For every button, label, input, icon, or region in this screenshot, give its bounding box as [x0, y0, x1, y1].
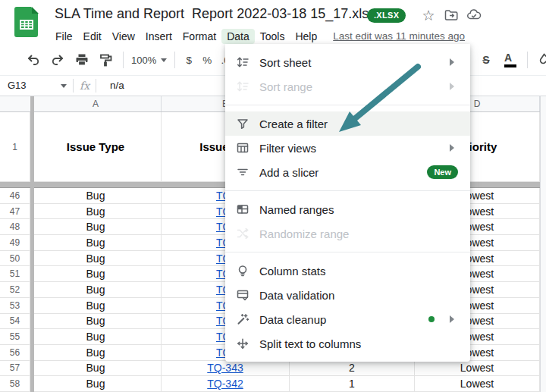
menu-item-label: Split text to columns [259, 337, 458, 350]
column-header-a[interactable]: A [30, 96, 162, 111]
fx-icon: fx [80, 80, 89, 92]
submenu-arrow-icon [450, 315, 458, 323]
cell[interactable]: 1 [290, 376, 415, 391]
paint-format-icon[interactable] [96, 50, 116, 70]
cell[interactable]: Bug [30, 314, 162, 329]
cell[interactable]: TQ-342 [162, 376, 290, 391]
filter-icon [236, 117, 249, 130]
menu-item-sort-sheet[interactable]: Sort sheet [225, 50, 470, 74]
cell[interactable]: Bug [30, 251, 162, 266]
row-number[interactable]: 57 [0, 361, 30, 376]
chevron-down-icon [161, 58, 167, 65]
menu-item-label: Sort sheet [259, 56, 444, 69]
cell[interactable]: Bug [30, 361, 162, 376]
vertical-scrollbar[interactable] [540, 96, 546, 392]
cell[interactable]: Bug [30, 345, 162, 360]
redo-icon[interactable] [48, 50, 67, 70]
green-dot-indicator [428, 316, 435, 322]
menubar-item-file[interactable]: File [50, 29, 78, 44]
cell[interactable]: Bug [30, 235, 162, 250]
cell[interactable]: Issue Type [30, 112, 162, 181]
select-all-corner[interactable] [0, 96, 30, 111]
data-validation-icon [236, 288, 249, 302]
zoom-select[interactable]: 100% [131, 55, 167, 66]
cell[interactable]: Bug [30, 329, 162, 344]
cell[interactable]: Lowest [415, 361, 540, 376]
cell[interactable]: Bug [30, 376, 162, 391]
row-number[interactable]: 50 [0, 251, 30, 266]
toolbar-divider [527, 52, 528, 68]
row-number[interactable]: 55 [0, 329, 30, 344]
issue-key-link[interactable]: TQ-343 [207, 362, 243, 374]
menubar-item-tools[interactable]: Tools [255, 29, 290, 44]
formula-input[interactable]: n/a [110, 80, 124, 91]
named-ranges-icon [236, 202, 249, 216]
fill-color-icon[interactable] [535, 50, 546, 70]
sort-sheet-icon [236, 55, 249, 69]
menubar-item-format[interactable]: Format [177, 29, 221, 44]
menu-item-label: Data cleanup [259, 313, 428, 326]
menu-item-named-ranges[interactable]: Named ranges [225, 197, 470, 221]
undo-icon[interactable] [24, 50, 43, 70]
menu-item-add-a-slicer[interactable]: Add a slicerNew [225, 160, 470, 184]
cell[interactable]: Lowest [415, 376, 540, 391]
currency-format-button[interactable]: $ [180, 55, 198, 66]
row-number[interactable]: 53 [0, 298, 30, 313]
strikethrough-button[interactable]: S [476, 50, 496, 70]
print-icon[interactable] [72, 50, 92, 70]
filter-views-icon [236, 141, 249, 155]
cloud-saved-icon[interactable] [466, 7, 482, 24]
menu-item-randomize-range[interactable]: Randomize range [225, 221, 470, 246]
toolbar-right: S A [474, 45, 546, 75]
row-number[interactable]: 48 [0, 219, 30, 234]
cell[interactable]: Bug [30, 188, 162, 203]
cell[interactable]: Bug [30, 282, 162, 297]
xlsx-badge: .XLSX [367, 8, 406, 23]
cell[interactable]: Bug [30, 266, 162, 281]
menubar-item-help[interactable]: Help [290, 29, 322, 44]
name-box-value: G13 [8, 80, 27, 91]
menu-item-label: Filter views [259, 142, 444, 155]
row-number[interactable]: 52 [0, 282, 30, 297]
menu-item-sort-range[interactable]: Sort range [225, 74, 470, 99]
menu-item-create-a-filter[interactable]: Create a filter [225, 111, 470, 136]
menu-divider [225, 190, 470, 191]
cell[interactable]: Bug [30, 204, 162, 219]
move-folder-icon[interactable] [443, 7, 460, 24]
star-icon[interactable]: ☆ [420, 7, 437, 24]
document-title[interactable]: SLA Time and Report Report 2022-03-18 15… [55, 6, 375, 22]
menu-item-split-text-to-columns[interactable]: Split text to columns [225, 331, 470, 356]
name-box[interactable]: G13 [0, 80, 67, 91]
row-number[interactable]: 49 [0, 235, 30, 250]
menubar-item-edit[interactable]: Edit [78, 29, 107, 44]
split-columns-icon [236, 337, 249, 350]
menu-item-data-cleanup[interactable]: Data cleanup [225, 307, 470, 331]
row-number[interactable]: 51 [0, 266, 30, 281]
lightbulb-icon [236, 264, 249, 278]
percent-format-button[interactable]: % [198, 55, 216, 66]
issue-key-link[interactable]: TQ-342 [207, 378, 243, 390]
text-color-bar [504, 64, 516, 67]
row-number[interactable]: 47 [0, 204, 30, 219]
data-menu-dropdown: Sort sheetSort rangeCreate a filterFilte… [225, 44, 470, 362]
last-edit-link[interactable]: Last edit was 11 minutes ago [333, 30, 465, 42]
cell[interactable]: Bug [30, 219, 162, 234]
text-color-button[interactable]: A [500, 50, 520, 70]
menu-item-column-stats[interactable]: Column stats [225, 259, 470, 283]
cell[interactable]: TQ-343 [162, 361, 290, 376]
row-number[interactable]: 58 [0, 376, 30, 391]
menu-item-label: Add a slicer [259, 166, 427, 179]
row-number[interactable]: 56 [0, 345, 30, 360]
menu-item-filter-views[interactable]: Filter views [225, 136, 470, 160]
menu-item-data-validation[interactable]: Data validation [225, 283, 470, 307]
row-number[interactable]: 46 [0, 188, 30, 203]
menubar-item-insert[interactable]: Insert [140, 29, 177, 44]
menubar-item-data[interactable]: Data [221, 29, 255, 44]
cell[interactable]: 2 [290, 361, 415, 376]
sheets-logo-icon[interactable] [14, 6, 39, 41]
row-number[interactable]: 54 [0, 314, 30, 329]
row-number[interactable]: 1 [0, 112, 30, 181]
menubar-item-view[interactable]: View [107, 29, 140, 44]
menu-item-label: Column stats [259, 265, 458, 278]
cell[interactable]: Bug [30, 298, 162, 313]
